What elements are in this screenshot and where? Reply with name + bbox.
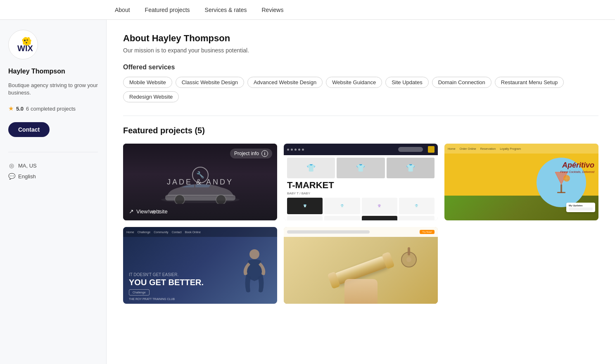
project-card-pasta[interactable]: Try Now! xyxy=(284,227,438,304)
product-8: 👕 xyxy=(399,216,435,220)
project-info-label: Project info xyxy=(234,151,259,156)
pasta-content xyxy=(284,237,438,304)
chat-icon: 💬 xyxy=(8,173,15,180)
tmarket-subtitle: BABY T / BABY xyxy=(287,191,435,195)
external-link-icon: ↗ xyxy=(129,208,134,215)
tmarket-body: 👕 👕 👕 T-MARKET BABY T / BABY 👕 👕 👚 👕 👕 xyxy=(284,155,438,220)
services-tags: Mobile Website Classic Website Design Ad… xyxy=(123,77,598,102)
svg-point-2 xyxy=(27,40,28,41)
svg-point-1 xyxy=(24,40,26,41)
aperitivo-body: Apéritivo Finest Cocktails, Delivered My… xyxy=(444,154,598,220)
agency-description: Boutique agency striving to grow your bu… xyxy=(8,82,98,97)
gym-text-block: IT DOESN'T GET EASIER. YOU GET BETTER. C… xyxy=(129,272,240,295)
view-website-button[interactable]: ↗ View website xyxy=(129,208,168,215)
project-info-badge[interactable]: Project info i xyxy=(230,149,272,158)
nav-dot-2 xyxy=(291,149,293,151)
project-gym-image: Home Challenge Community Contact Book On… xyxy=(123,227,277,304)
sidebar-divider xyxy=(8,152,98,152)
view-website-label: View website xyxy=(136,208,168,215)
location-text: MA, US xyxy=(18,163,37,169)
svg-point-6 xyxy=(175,195,185,204)
nav-reviews[interactable]: Reviews xyxy=(254,0,291,19)
svg-rect-8 xyxy=(560,184,562,193)
service-tag-classic-design: Classic Website Design xyxy=(176,77,244,88)
about-title: About Hayley Thompson xyxy=(123,33,598,44)
pasta-nav: Try Now! xyxy=(284,227,438,237)
gym-nav-book: Book Online xyxy=(185,231,201,234)
agency-name: Hayley Thompson xyxy=(8,68,98,75)
svg-point-11 xyxy=(249,249,259,259)
svg-rect-9 xyxy=(557,192,565,193)
service-tag-restaurant-menu: Restaurant Menu Setup xyxy=(495,77,564,88)
search-bar-mock xyxy=(398,147,423,152)
pasta-url-bar xyxy=(287,230,370,234)
gym-person-svg xyxy=(240,246,269,304)
project-pasta-image: Try Now! xyxy=(284,227,438,304)
project-card-gym[interactable]: Home Challenge Community Contact Book On… xyxy=(123,227,277,304)
gym-nav-community: Community xyxy=(154,231,168,234)
svg-rect-14 xyxy=(408,247,410,255)
star-icon: ★ xyxy=(8,105,14,112)
service-tag-domain-connection: Domain Connection xyxy=(432,77,492,88)
nav-dot-3 xyxy=(294,149,297,151)
location-icon: ◎ xyxy=(8,162,15,169)
pasta-wheel-svg xyxy=(397,245,421,270)
aperitivo-nav-home: Home xyxy=(448,147,456,150)
info-icon: i xyxy=(261,150,268,157)
aperitivo-nav: Home Order Online Reservation Loyalty Pr… xyxy=(444,144,598,154)
contact-button[interactable]: Contact xyxy=(8,122,50,137)
agency-logo: WIX xyxy=(8,30,38,59)
product-3: 👚 xyxy=(362,198,397,214)
hero-img-2: 👕 xyxy=(337,158,385,178)
gym-club-name: THE ROY PRATT TRAINING CLUB xyxy=(129,298,175,300)
cart-icon-mock xyxy=(428,146,435,153)
gym-nav-contact: Contact xyxy=(172,231,182,234)
nav-dot-1 xyxy=(287,149,289,151)
nav-dot-4 xyxy=(298,149,300,151)
sidebar-meta: ◎ MA, US 💬 English xyxy=(8,162,98,180)
wix-logo-svg: WIX xyxy=(12,33,35,56)
featured-projects-title: Featured projects (5) xyxy=(123,126,598,135)
nav-services[interactable]: Services & rates xyxy=(197,0,254,19)
tmarket-products: 👕 👕 👚 👕 👕 👚 👕 👕 xyxy=(287,198,435,220)
nav-dot-5 xyxy=(302,149,304,151)
service-tag-advanced-design: Advanced Website Design xyxy=(247,77,323,88)
gym-nav-home: Home xyxy=(126,231,134,234)
completed-projects: 6 completed projects xyxy=(26,106,76,112)
car-silhouette xyxy=(159,175,242,204)
project-car-image: 🔧 JADE & ANDY xyxy=(123,144,277,220)
aperitivo-title-text: Apéritivo xyxy=(562,161,594,170)
language-item: 💬 English xyxy=(8,173,98,180)
project-tmarket-image: 👕 👕 👕 T-MARKET BABY T / BABY 👕 👕 👚 👕 👕 xyxy=(284,144,438,220)
product-2: 👕 xyxy=(324,198,360,214)
product-5: 👕 xyxy=(287,216,323,220)
svg-text:WIX: WIX xyxy=(17,44,33,53)
nav-featured[interactable]: Featured projects xyxy=(138,0,197,19)
service-tag-website-guidance: Website Guidance xyxy=(326,77,382,88)
service-tag-site-updates: Site Updates xyxy=(385,77,428,88)
gym-nav: Home Challenge Community Contact Book On… xyxy=(123,227,277,237)
project-card-tmarket[interactable]: 👕 👕 👕 T-MARKET BABY T / BABY 👕 👕 👚 👕 👕 xyxy=(284,144,438,220)
hero-img-3: 👕 xyxy=(387,158,435,178)
hero-images: 👕 👕 👕 xyxy=(287,158,435,178)
service-tag-mobile-website: Mobile Website xyxy=(123,77,172,88)
sidebar-rating: ★ 5.0 6 completed projects xyxy=(8,105,98,112)
svg-point-13 xyxy=(406,257,411,262)
product-1: 👕 xyxy=(287,198,323,214)
project-card-aperitivo[interactable]: Home Order Online Reservation Loyalty Pr… xyxy=(444,144,598,220)
project-card-jade-andy[interactable]: 🔧 JADE & ANDY xyxy=(123,144,277,220)
aperitivo-nav-order: Order Online xyxy=(460,147,476,150)
nav-about[interactable]: About xyxy=(107,0,138,19)
section-divider xyxy=(123,116,598,116)
pasta-banner: Try Now! xyxy=(420,230,435,234)
top-navigation: About Featured projects Services & rates… xyxy=(0,0,615,20)
gym-challenge-btn[interactable]: Challenge xyxy=(129,289,150,295)
tmarket-brand-name: T-MARKET xyxy=(287,181,435,190)
aperitivo-update-card: My Updates xyxy=(566,203,595,212)
sidebar: WIX Hayley Thompson Boutique agency stri… xyxy=(0,20,107,364)
gym-tagline-main: YOU GET BETTER. xyxy=(129,278,240,287)
main-layout: WIX Hayley Thompson Boutique agency stri… xyxy=(0,20,615,364)
offered-services-title: Offered services xyxy=(123,64,598,71)
aperitivo-nav-reservation: Reservation xyxy=(480,147,496,150)
project-aperitivo-image: Home Order Online Reservation Loyalty Pr… xyxy=(444,144,598,220)
